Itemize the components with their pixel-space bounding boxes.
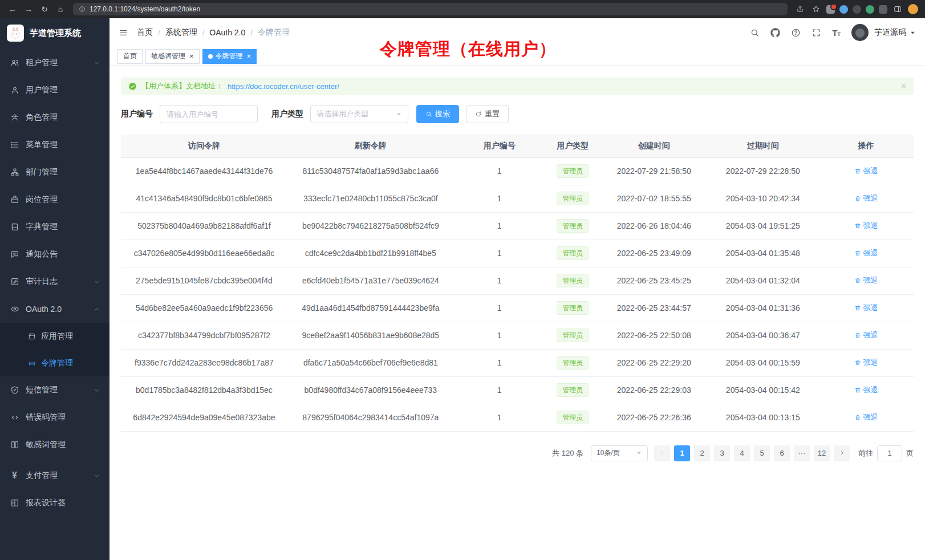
force-logout-button[interactable]: 强退 (854, 303, 878, 313)
sidebar-item[interactable]: 用户管理 (0, 76, 109, 104)
access-token-cell: 502375b8040a469a9b82188afdf6af1f (121, 212, 287, 240)
reset-button[interactable]: 重置 (466, 105, 509, 123)
refresh-token-cell: be90422b8c7946218275a508bf524fc9 (287, 212, 454, 240)
bookmark-star-icon[interactable] (810, 3, 822, 15)
browser-back-icon[interactable]: ← (7, 3, 18, 15)
sensitive-word-icon (10, 440, 19, 450)
user-avatar[interactable] (851, 24, 869, 41)
page-button[interactable]: 6 (774, 445, 790, 461)
page-button[interactable]: 2 (694, 445, 710, 461)
user-id-input[interactable] (160, 105, 258, 123)
sidebar-item[interactable]: 岗位管理 (0, 186, 109, 213)
view-tab[interactable]: 敏感词管理× (145, 49, 200, 64)
font-size-icon[interactable]: TT (832, 28, 841, 38)
extension-icon[interactable] (866, 5, 874, 14)
force-logout-button[interactable]: 强退 (854, 385, 878, 395)
sidebar-item[interactable]: 部门管理 (0, 159, 109, 186)
extension-icon[interactable] (839, 5, 848, 14)
browser-profile-avatar[interactable] (908, 4, 918, 14)
force-logout-button[interactable]: 强退 (854, 275, 878, 286)
sidebar-item-label: 字典管理 (26, 222, 100, 232)
force-logout-label: 强退 (863, 412, 878, 423)
sidebar-item[interactable]: 审计日志 (0, 268, 109, 295)
site-info-icon[interactable] (79, 6, 86, 13)
browser-reload-icon[interactable]: ↻ (39, 3, 50, 15)
prev-page-button[interactable] (654, 445, 670, 461)
force-logout-button[interactable]: 强退 (854, 412, 878, 423)
next-page-button[interactable] (834, 445, 850, 461)
create-time-cell: 2022-06-25 23:45:25 (601, 267, 708, 294)
sidebar-item-label: 应用管理 (41, 331, 100, 342)
force-logout-button[interactable]: 强退 (854, 358, 878, 368)
pagination: 共 120 条 10条/页 123456···12 前往 页 (121, 445, 914, 461)
browser-forward-icon[interactable]: → (23, 3, 34, 15)
breadcrumb-item[interactable]: OAuth 2.0 (209, 28, 245, 37)
active-tab-dot (208, 54, 213, 59)
page-size-value: 10条/页 (597, 448, 620, 458)
page-button[interactable]: 5 (754, 445, 770, 461)
force-logout-button[interactable]: 强退 (854, 330, 878, 340)
expire-time-cell: 2054-03-04 01:31:36 (708, 294, 819, 322)
sidebar-item[interactable]: 通知公告 (0, 241, 109, 268)
breadcrumb-item[interactable]: 首页 (137, 27, 153, 38)
dict-icon (10, 222, 19, 232)
page-button[interactable]: 1 (674, 445, 690, 461)
github-icon[interactable] (770, 28, 780, 38)
table-row: b0d1785bc3a8482f812db4a3f3bd15ecb0df4980… (121, 376, 914, 404)
sidebar-item[interactable]: 敏感词管理 (0, 431, 109, 458)
force-logout-button[interactable]: 强退 (854, 166, 878, 176)
sidebar-item[interactable]: 错误码管理 (0, 404, 109, 431)
sidebar-item[interactable]: 应用管理 (0, 323, 109, 350)
sidebar-item[interactable]: 短信管理 (0, 376, 109, 404)
help-icon[interactable] (791, 28, 801, 38)
search-icon[interactable] (750, 28, 760, 38)
split-view-icon[interactable] (892, 3, 903, 15)
more-pages-button[interactable]: ··· (794, 445, 810, 461)
app-logo[interactable]: 芋道管理系统 (0, 18, 109, 48)
extension-icon[interactable] (853, 5, 861, 14)
force-logout-icon (854, 359, 861, 366)
fullscreen-icon[interactable] (812, 28, 821, 38)
sidebar-item-label: 租户管理 (26, 58, 87, 68)
sidebar-item[interactable]: OAuth 2.0 (0, 295, 109, 323)
collapse-sidebar-icon[interactable] (119, 28, 128, 38)
page-button[interactable]: 4 (734, 445, 750, 461)
page-button[interactable]: 12 (814, 445, 830, 461)
close-tab-icon[interactable]: × (189, 52, 194, 60)
alert-close-icon[interactable]: × (901, 82, 906, 91)
user-name[interactable]: 芋道源码 (874, 27, 906, 38)
search-button[interactable]: 搜索 (416, 105, 459, 123)
user-type-select[interactable]: 请选择用户类型 (310, 105, 408, 123)
page-size-select[interactable]: 10条/页 (591, 445, 648, 461)
extension-icon[interactable] (826, 5, 835, 14)
view-tab[interactable]: 首页 (117, 49, 143, 64)
share-icon[interactable] (794, 3, 806, 15)
goto-page-input[interactable] (877, 445, 902, 461)
sidebar-item[interactable]: 报表设计器 (0, 489, 109, 517)
sidebar-item[interactable]: 角色管理 (0, 104, 109, 131)
user-id-cell: 1 (454, 322, 545, 349)
user-type-badge: 管理员 (557, 383, 589, 397)
force-logout-button[interactable]: 强退 (854, 248, 878, 258)
doc-link[interactable]: https://doc.iocoder.cn/user-center/ (228, 82, 339, 91)
page-button[interactable]: 3 (714, 445, 730, 461)
address-bar[interactable]: 127.0.0.1:1024/system/oauth2/token (73, 3, 788, 15)
action-cell: 强退 (818, 212, 914, 240)
browser-home-icon[interactable]: ⌂ (55, 3, 66, 15)
force-logout-button[interactable]: 强退 (854, 221, 878, 231)
user-type-cell: 管理员 (545, 157, 601, 185)
sidebar-item[interactable]: 字典管理 (0, 213, 109, 241)
user-type-badge: 管理员 (557, 301, 589, 315)
force-logout-button[interactable]: 强退 (854, 193, 878, 204)
extension-icon[interactable] (879, 5, 887, 14)
access-token-cell: c347026e805e4d99b0d116eae66eda8c (121, 240, 287, 267)
view-tab[interactable]: 令牌管理× (202, 49, 257, 64)
sidebar-item[interactable]: 租户管理 (0, 49, 109, 76)
sidebar-item[interactable]: ¥支付管理 (0, 462, 109, 489)
breadcrumb-item[interactable]: 系统管理 (165, 27, 197, 38)
user-menu-caret-icon[interactable] (910, 30, 916, 36)
sidebar-item[interactable]: 令牌管理 (0, 350, 109, 376)
sidebar-item[interactable]: 菜单管理 (0, 131, 109, 159)
close-tab-icon[interactable]: × (247, 52, 251, 60)
refresh-token-cell: cdfc4ce9c2da4bb1bdf21b9918ff4be5 (287, 240, 454, 267)
